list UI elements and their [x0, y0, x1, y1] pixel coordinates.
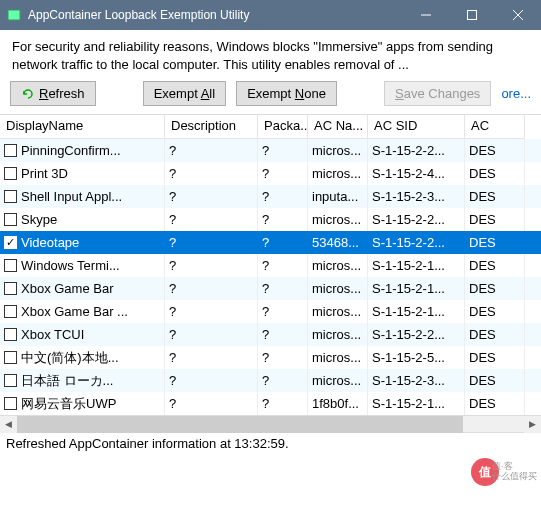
cell-c2: ? — [258, 369, 308, 392]
cell-c3: micros... — [308, 300, 368, 323]
refresh-button[interactable]: Refresh — [10, 81, 96, 106]
scroll-thumb[interactable] — [17, 416, 463, 433]
maximize-button[interactable] — [449, 0, 495, 30]
cell-c3: 1f8b0f... — [308, 392, 368, 415]
cell-c1: ? — [165, 369, 258, 392]
row-checkbox[interactable] — [4, 374, 17, 387]
minimize-button[interactable] — [403, 0, 449, 30]
table-row[interactable]: Videotape??53468...S-1-15-2-2...DES — [0, 231, 541, 254]
status-bar: Refreshed AppContainer information at 13… — [0, 432, 541, 454]
table-row[interactable]: Windows Termi...??micros...S-1-15-2-1...… — [0, 254, 541, 277]
cell-c1: ? — [165, 323, 258, 346]
cell-c5: DES — [465, 300, 525, 323]
cell-c1: ? — [165, 231, 258, 254]
column-acname[interactable]: AC Na... — [308, 115, 368, 139]
table-row[interactable]: Print 3D??micros...S-1-15-2-4...DES — [0, 162, 541, 185]
row-checkbox[interactable] — [4, 213, 17, 226]
cell-c1: ? — [165, 254, 258, 277]
cell-displayname: 网易云音乐UWP — [21, 395, 116, 413]
table-row[interactable]: Xbox Game Bar??micros...S-1-15-2-1...DES — [0, 277, 541, 300]
cell-c1: ? — [165, 392, 258, 415]
cell-c5: DES — [465, 162, 525, 185]
grid-body: PinningConfirm...??micros...S-1-15-2-2..… — [0, 139, 541, 415]
cell-c2: ? — [258, 139, 308, 162]
cell-c4: S-1-15-2-1... — [368, 300, 465, 323]
cell-c4: S-1-15-2-1... — [368, 277, 465, 300]
toolbar: Refresh Exempt All Exempt None Save Chan… — [0, 77, 541, 114]
cell-c5: DES — [465, 369, 525, 392]
svg-rect-2 — [468, 11, 477, 20]
row-checkbox[interactable] — [4, 167, 17, 180]
table-row[interactable]: PinningConfirm...??micros...S-1-15-2-2..… — [0, 139, 541, 162]
cell-displayname: PinningConfirm... — [21, 143, 121, 158]
cell-c1: ? — [165, 162, 258, 185]
cell-displayname: 日本語 ローカ... — [21, 372, 113, 390]
column-ac[interactable]: AC — [465, 115, 525, 139]
table-row[interactable]: 日本語 ローカ...??micros...S-1-15-2-3...DES — [0, 369, 541, 392]
cell-c2: ? — [258, 208, 308, 231]
scroll-right-button[interactable]: ▶ — [524, 416, 541, 433]
cell-c4: S-1-15-2-1... — [368, 254, 465, 277]
table-row[interactable]: Xbox TCUI??micros...S-1-15-2-2...DES — [0, 323, 541, 346]
horizontal-scrollbar[interactable]: ◀ ▶ — [0, 415, 541, 432]
cell-c3: micros... — [308, 346, 368, 369]
cell-c2: ? — [258, 162, 308, 185]
close-button[interactable] — [495, 0, 541, 30]
cell-c3: micros... — [308, 277, 368, 300]
cell-c1: ? — [165, 300, 258, 323]
cell-c5: DES — [465, 323, 525, 346]
cell-displayname: Videotape — [21, 235, 79, 250]
cell-c5: DES — [465, 392, 525, 415]
row-checkbox[interactable] — [4, 351, 17, 364]
row-checkbox[interactable] — [4, 236, 17, 249]
cell-c2: ? — [258, 300, 308, 323]
cell-c2: ? — [258, 185, 308, 208]
cell-c2: ? — [258, 254, 308, 277]
row-checkbox[interactable] — [4, 328, 17, 341]
column-package[interactable]: Packa... — [258, 115, 308, 139]
cell-c1: ? — [165, 185, 258, 208]
table-row[interactable]: Shell Input Appl...??inputa...S-1-15-2-3… — [0, 185, 541, 208]
column-displayname[interactable]: DisplayName — [0, 115, 165, 139]
cell-c4: S-1-15-2-3... — [368, 369, 465, 392]
cell-c4: S-1-15-2-2... — [368, 323, 465, 346]
row-checkbox[interactable] — [4, 144, 17, 157]
cell-c5: DES — [465, 231, 525, 254]
row-checkbox[interactable] — [4, 282, 17, 295]
column-acsid[interactable]: AC SID — [368, 115, 465, 139]
scroll-left-button[interactable]: ◀ — [0, 416, 17, 433]
cell-c4: S-1-15-2-3... — [368, 185, 465, 208]
exempt-all-button[interactable]: Exempt All — [143, 81, 226, 106]
table-row[interactable]: 网易云音乐UWP??1f8b0f...S-1-15-2-1...DES — [0, 392, 541, 415]
row-checkbox[interactable] — [4, 190, 17, 203]
app-icon — [6, 7, 22, 23]
more-link[interactable]: ore... — [501, 86, 531, 101]
table-row[interactable]: Xbox Game Bar ...??micros...S-1-15-2-1..… — [0, 300, 541, 323]
cell-c3: inputa... — [308, 185, 368, 208]
save-changes-button: Save Changes — [384, 81, 491, 106]
cell-c5: DES — [465, 139, 525, 162]
cell-c1: ? — [165, 139, 258, 162]
exempt-none-button[interactable]: Exempt None — [236, 81, 337, 106]
grid-header: DisplayName Description Packa... AC Na..… — [0, 115, 541, 139]
cell-displayname: Skype — [21, 212, 57, 227]
description-text: For security and reliability reasons, Wi… — [0, 30, 541, 77]
cell-displayname: Xbox Game Bar — [21, 281, 114, 296]
cell-c4: S-1-15-2-1... — [368, 392, 465, 415]
row-checkbox[interactable] — [4, 397, 17, 410]
cell-c4: S-1-15-2-2... — [368, 208, 465, 231]
row-checkbox[interactable] — [4, 305, 17, 318]
cell-c4: S-1-15-2-5... — [368, 346, 465, 369]
refresh-icon — [21, 87, 35, 101]
titlebar: AppContainer Loopback Exemption Utility — [0, 0, 541, 30]
cell-displayname: Xbox Game Bar ... — [21, 304, 128, 319]
cell-c4: S-1-15-2-2... — [368, 139, 465, 162]
row-checkbox[interactable] — [4, 259, 17, 272]
app-grid: DisplayName Description Packa... AC Na..… — [0, 114, 541, 415]
column-description[interactable]: Description — [165, 115, 258, 139]
cell-c2: ? — [258, 346, 308, 369]
cell-c2: ? — [258, 323, 308, 346]
table-row[interactable]: Skype??micros...S-1-15-2-2...DES — [0, 208, 541, 231]
cell-c3: 53468... — [308, 231, 368, 254]
table-row[interactable]: 中文(简体)本地...??micros...S-1-15-2-5...DES — [0, 346, 541, 369]
